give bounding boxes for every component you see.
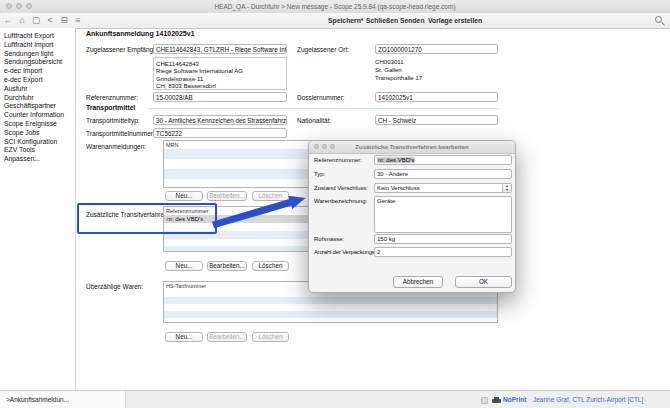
dialog-warenbezeichnung-label: Warenbezeichnung: [314, 198, 367, 204]
ort-address-text: CH003011 St. Gallen Transporthalle 17 [375, 58, 498, 81]
list-row [164, 318, 497, 323]
sidebar-item-sendungen-light[interactable]: Sendungen light [0, 50, 75, 59]
dossiernummer-input[interactable]: 14102025v1 [375, 92, 498, 102]
stepper-icon[interactable]: ▴▾ [502, 184, 511, 192]
window-title: HEAD_QA - Durchfuhr > New message - Scop… [0, 0, 670, 13]
chevron-down-icon: ▾ [503, 188, 511, 192]
fullscreen-icon[interactable]: ▢ [30, 13, 42, 28]
transportmitteltyp-label: Transportmitteltyp: [86, 117, 140, 124]
senden-button[interactable]: Senden [400, 13, 425, 28]
home-icon[interactable]: ⌂ [16, 13, 28, 28]
dialog-typ-label: Typ: [314, 171, 325, 177]
window-titlebar: HEAD_QA - Durchfuhr > New message - Scop… [0, 0, 670, 14]
list-icon[interactable]: ≡ [72, 13, 84, 28]
referenznummer-label: Referenznummer: [86, 94, 138, 101]
sidebar-item-luftfracht-import[interactable]: Luftfracht Import [0, 41, 75, 50]
dialog-referenznummer-label: Referenznummer: [314, 157, 362, 163]
tray-icon[interactable]: ⊟ [58, 13, 70, 28]
dialog-anzahl-verpackungen-label: Anzahl der Verpackungen: [314, 249, 380, 255]
page-title: Ankunftsanmeldung 14102025v1 [86, 30, 195, 37]
dialog-rohmasse-label: Rohmasse: [314, 236, 344, 242]
status-square-icon [481, 397, 488, 404]
sidebar-item-sci-konfiguration[interactable]: SCI Konfiguration [0, 138, 75, 147]
transitverfahren-label: Zusätzliche Transitverfahren: [86, 211, 169, 218]
ok-button[interactable]: OK [455, 276, 512, 288]
transitverfahren-loeschen-button[interactable]: Löschen [252, 261, 289, 271]
sidebar-item-scope-ereignisse[interactable]: Scope Ereignisse [0, 120, 75, 129]
section-divider [148, 108, 498, 109]
transitverfahren-bearbeiten-dialog: Zusätzliche Transitverfahren bearbeiten … [308, 140, 516, 293]
transitverfahren-bearbeiten-button[interactable]: Bearbeiten... [207, 261, 247, 271]
nationalitaet-input[interactable]: CH - Schweiz [375, 115, 498, 125]
search-icon[interactable] [655, 16, 662, 23]
sidebar-item-ezv-tools[interactable]: EZV Tools [0, 146, 75, 155]
speichern-button[interactable]: Speichern* [328, 13, 364, 28]
sidebar-item-anpassen[interactable]: Anpassen... [0, 155, 75, 164]
ueberzaehlige-loeschen-button[interactable]: Löschen [252, 332, 289, 342]
nationalitaet-label: Nationalität: [297, 117, 331, 124]
sidebar-item-edec-export[interactable]: e-dec Export [0, 76, 75, 85]
sidebar-item-sendungsuebersicht[interactable]: Sendungsübersicht [0, 58, 75, 67]
logged-in-user: Jeanne Graf, CTL Zurich-Airport [CTL] [533, 396, 643, 404]
share-icon[interactable]: < [44, 13, 56, 28]
list-row [164, 311, 497, 318]
dialog-zustand-verschluss-label: Zustand Verschluss: [314, 185, 368, 191]
dialog-title: Zusätzliche Transitverfahren bearbeiten [309, 141, 515, 153]
abbrechen-button[interactable]: Abbrechen [393, 276, 443, 288]
sidebar-item-edec-import[interactable]: e-dec Import [0, 67, 75, 76]
ort-label: Zugelassener Ort: [297, 46, 349, 53]
warenanmeldungen-label: Warenanmeldungen: [86, 143, 146, 150]
sidebar-item-scope-jobs[interactable]: Scope Jobs [0, 129, 75, 138]
transitverfahren-neu-button[interactable]: Neu... [165, 261, 203, 271]
empfaenger-address-box[interactable]: CHE114642843 Riege Software Internationa… [153, 57, 287, 90]
list-row [164, 304, 497, 311]
dialog-anzahl-verpackungen-input[interactable]: 2 [374, 247, 512, 257]
warenanmeldungen-loeschen-button[interactable]: Löschen [252, 191, 289, 201]
referenznummer-input[interactable]: 15-00028/AB [153, 92, 287, 102]
list-row [164, 297, 497, 304]
schliessen-button[interactable]: Schließen [366, 13, 398, 28]
open-message-tab[interactable]: >Ankunftsanmeldun... [0, 390, 126, 408]
sidebar-item-geschaeftspartner[interactable]: Geschäftspartner [0, 102, 75, 111]
empfaenger-input[interactable]: CHE114642843, GTLZRH - Riege Software In… [153, 44, 287, 54]
sidebar-item-counter-information[interactable]: Counter Information [0, 111, 75, 120]
ueberzaehlige-neu-button[interactable]: Neu... [165, 332, 203, 342]
transportmittel-section-header: Transportmittel [86, 104, 135, 111]
sidebar-item-luftfracht-export[interactable]: Luftfracht Export [0, 32, 75, 41]
dialog-titlebar: Zusätzliche Transitverfahren bearbeiten [309, 141, 515, 154]
dialog-zustand-verschluss-select[interactable]: Kein Verschluss ▴▾ [374, 183, 512, 193]
vorlage-erstellen-button[interactable]: Vorlage erstellen [428, 13, 482, 28]
ueberzaehlige-waren-label: Überzählige Waren: [86, 283, 143, 290]
module-sidebar: Luftfracht Export Luftfracht Import Send… [0, 28, 76, 390]
sidebar-item-durchfuhr[interactable]: Durchfuhr [0, 94, 75, 103]
sidebar-item-ausfuhr[interactable]: Ausfuhr [0, 85, 75, 94]
dialog-rohmasse-input[interactable]: 150 kg [374, 234, 512, 244]
ueberzaehlige-bearbeiten-button[interactable]: Bearbeiten... [207, 332, 247, 342]
dialog-referenznummer-input[interactable]: nr. des VBD's [374, 155, 512, 165]
warenanmeldungen-neu-button[interactable]: Neu... [165, 191, 203, 201]
empfaenger-label: Zugelassener Empfänger: [86, 46, 161, 53]
selected-text: nr. des VBD's [377, 157, 415, 163]
dossiernummer-label: Dossiernummer: [297, 94, 345, 101]
noprint-status[interactable]: NoPrint [503, 396, 526, 404]
transportmittelnummer-input[interactable]: TC56222 [153, 128, 287, 138]
selected-option: Kein Verschluss [377, 185, 420, 191]
transportmittelnummer-label: Transportmittelnummer: [86, 130, 155, 137]
printer-icon [492, 397, 501, 404]
dialog-warenbezeichnung-textarea[interactable]: Geräte [374, 196, 512, 233]
dialog-typ-input[interactable]: 30 - Andere [374, 169, 512, 179]
warenanmeldungen-bearbeiten-button[interactable]: Bearbeiten... [207, 191, 247, 201]
back-icon[interactable]: ← [2, 13, 14, 28]
ort-input[interactable]: ZO1000001270 [375, 44, 498, 54]
transportmitteltyp-input[interactable]: 30 - Amtliches Kennzeichen des Strassenf… [153, 115, 287, 125]
